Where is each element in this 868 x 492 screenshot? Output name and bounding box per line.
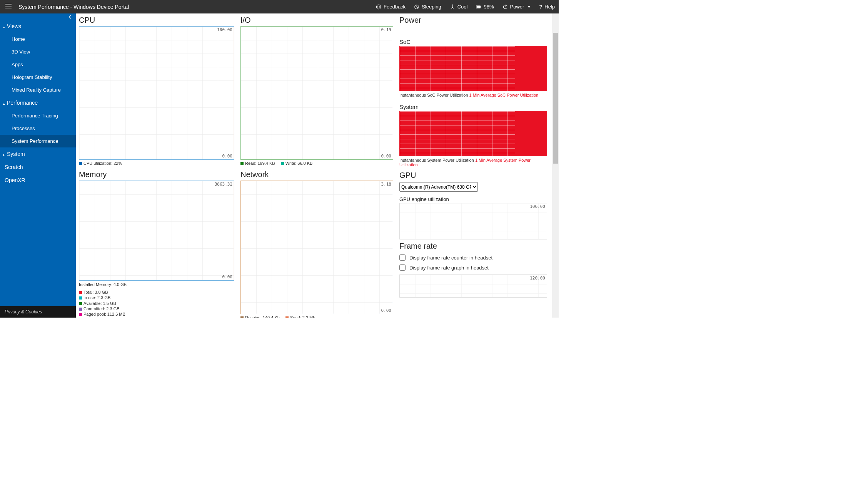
clock-icon (414, 4, 419, 10)
mem-avail: Available: 1.5 GB (83, 301, 116, 306)
network-module: Network 3.18 0.00 Receive: 140.4 Kb Send… (237, 168, 396, 318)
cpu-module: CPU 100.00 0.00 CPU utilization: 22% (76, 13, 237, 168)
nav-item-perf-tracing[interactable]: Performance Tracing (0, 109, 76, 122)
io-ymax: 0.19 (381, 27, 392, 32)
nav-item-3dview[interactable]: 3D View (0, 45, 76, 58)
nav-item-processes[interactable]: Processes (0, 122, 76, 135)
scrollbar-track[interactable] (552, 13, 559, 318)
nav-item-mrc[interactable]: Mixed Reality Capture (0, 84, 76, 96)
thermometer-icon (450, 4, 455, 10)
gpu-ymax: 100.00 (530, 204, 545, 209)
soc-title: SoC (399, 38, 547, 45)
framerate-graph-row[interactable]: Display frame rate graph in headset (399, 264, 547, 271)
menu-icon[interactable] (4, 3, 13, 10)
system-power-title: System (399, 104, 547, 110)
net-ymin: 0.00 (381, 308, 392, 313)
io-read: Read: 199.4 KB (245, 161, 275, 166)
svg-point-3 (376, 5, 381, 9)
power-button[interactable]: Power ▼ (502, 4, 531, 10)
svg-rect-18 (400, 46, 515, 104)
cpu-ymax: 100.00 (217, 27, 232, 32)
chart-grid (79, 27, 234, 159)
nav-perf-label: Performance (7, 100, 38, 106)
nav-views-label: Views (7, 23, 21, 29)
sidebar-collapse-button[interactable] (0, 13, 76, 20)
nav-item-system-performance[interactable]: System Performance (0, 135, 76, 147)
sleeping-indicator[interactable]: Sleeping (414, 4, 441, 10)
io-module: I/O 0.19 0.00 Read: 199.4 KB Write: 66.0… (237, 13, 396, 168)
chart-grid (79, 181, 234, 280)
scrollbar-thumb[interactable] (553, 33, 558, 164)
gpu-module: GPU Qualcomm(R) Adreno(TM) 630 GPU GPU e… (396, 169, 550, 239)
framerate-ymax: 120.00 (530, 276, 545, 281)
power-title: Power (399, 16, 547, 25)
battery-indicator[interactable]: 98% (476, 4, 494, 10)
memory-ymax: 3863.32 (215, 182, 232, 187)
feedback-button[interactable]: Feedback (376, 4, 406, 10)
memory-module: Memory 3863.32 0.00 Installed Memory: 4.… (76, 168, 237, 318)
mem-total: Total: 3.8 GB (83, 290, 108, 295)
svg-rect-14 (79, 27, 234, 159)
help-label: Help (544, 4, 555, 10)
svg-rect-15 (79, 181, 234, 280)
io-title: I/O (240, 16, 393, 25)
help-button[interactable]: ? Help (539, 4, 555, 10)
nav-section-system[interactable]: ▸System (0, 147, 76, 161)
chevron-left-icon (68, 15, 72, 19)
chevron-down-icon: ▼ (527, 5, 531, 9)
caret-right-icon: ▸ (3, 153, 6, 157)
soc-chart (399, 46, 547, 91)
net-recv: Receive: 140.4 Kb (245, 315, 280, 318)
temperature-indicator[interactable]: Cool (450, 4, 468, 10)
cpu-util-legend: CPU utilization: 22% (83, 161, 122, 166)
chart-grid (241, 181, 393, 314)
gpu-engine-label: GPU engine utilization (399, 196, 547, 202)
framerate-graph-label: Display frame rate graph in headset (409, 265, 489, 271)
main-content: CPU 100.00 0.00 CPU utilization: 22% Mem… (76, 13, 559, 318)
nav-item-hologram[interactable]: Hologram Stability (0, 71, 76, 84)
framerate-counter-checkbox[interactable] (399, 254, 406, 261)
power-icon (502, 4, 508, 10)
cpu-legend: CPU utilization: 22% (79, 160, 234, 168)
memory-ymin: 0.00 (222, 274, 233, 279)
framerate-chart: 120.00 (399, 274, 547, 298)
svg-rect-20 (400, 203, 547, 239)
privacy-link[interactable]: Privacy & Cookies (0, 306, 76, 318)
caret-down-icon: ▴ (3, 102, 6, 105)
battery-label: 98% (484, 4, 494, 10)
svg-rect-13 (505, 5, 505, 7)
svg-rect-21 (400, 275, 547, 297)
memory-legend: Total: 3.8 GB In use: 2.3 GB Available: … (79, 288, 234, 318)
cpu-title: CPU (79, 16, 234, 25)
nav-section-views[interactable]: ▴Views (0, 20, 76, 33)
memory-installed: Installed Memory: 4.0 GB (79, 281, 234, 288)
gpu-chart: 100.00 (399, 203, 547, 239)
caret-down-icon: ▴ (3, 25, 6, 29)
nav-item-openxr[interactable]: OpenXR (0, 174, 76, 187)
nav-item-scratch[interactable]: Scratch (0, 161, 76, 174)
mem-commit: Committed: 2.3 GB (83, 306, 120, 311)
cpu-chart: 100.00 0.00 (79, 26, 234, 160)
system-power-chart (399, 111, 547, 156)
svg-rect-1 (5, 6, 12, 7)
svg-rect-0 (5, 4, 12, 5)
svg-rect-2 (5, 8, 12, 8)
framerate-module: Frame rate Display frame rate counter in… (396, 239, 550, 298)
nav-item-apps[interactable]: Apps (0, 58, 76, 71)
gpu-select[interactable]: Qualcomm(R) Adreno(TM) 630 GPU (399, 182, 478, 192)
svg-rect-7 (452, 4, 453, 7)
svg-rect-17 (241, 181, 393, 314)
framerate-counter-row[interactable]: Display frame rate counter in headset (399, 254, 547, 261)
nav-section-performance[interactable]: ▴Performance (0, 96, 76, 109)
sleeping-label: Sleeping (422, 4, 441, 10)
nav-item-home[interactable]: Home (0, 33, 76, 45)
memory-title: Memory (79, 170, 234, 179)
mem-paged: Paged pool: 112.6 MB (83, 312, 125, 316)
svg-rect-11 (477, 6, 480, 8)
chart-grid (400, 275, 547, 297)
svg-point-5 (379, 6, 380, 7)
cpu-ymin: 0.00 (222, 154, 233, 159)
power-module: Power SoC Instantaneous SoC Power Utiliz… (396, 13, 550, 169)
svg-rect-10 (481, 6, 481, 7)
framerate-graph-checkbox[interactable] (399, 264, 406, 271)
